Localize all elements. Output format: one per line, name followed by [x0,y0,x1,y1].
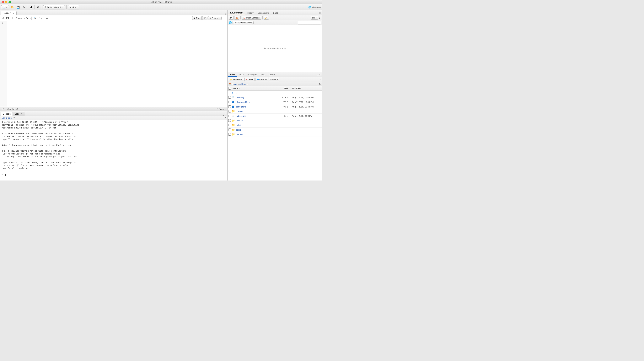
row-checkbox[interactable] [228,119,232,122]
main-toolbar: 📄 ▾ 📂 💾 🗂 🖨 ⚙ ⤴ Go to file/function Addi… [0,4,322,10]
tab-connections[interactable]: Connections [256,11,271,15]
list-item[interactable]: 📁 themes [228,132,322,137]
top-level-button[interactable]: (Top Level) ▾ [7,108,19,110]
list-item[interactable]: 📁 static [228,127,322,132]
list-item[interactable]: 📁 content [228,109,322,114]
row-checkbox[interactable] [228,133,232,136]
print-button[interactable]: 🖨 [29,5,33,9]
editor-back-button[interactable]: ◁ [1,16,5,20]
source-on-save-input[interactable] [12,17,15,19]
tab-help[interactable]: Help [259,72,267,77]
list-item[interactable]: 📄 .Rhistory 4.7 KB Aug 7, 2019, 10:45 PM [228,95,322,100]
tab-plots[interactable]: Plots [237,72,246,77]
rename-btn[interactable]: 🔷 Rename [255,78,268,81]
editor-search-btn[interactable]: 🔍 [32,16,38,20]
row-checkbox[interactable] [228,110,232,112]
run-button[interactable]: ▶ Run [192,16,202,20]
list-item[interactable]: 📁 public [228,123,322,127]
list-item[interactable]: 🟦 config.toml 777 B Aug 7, 2019, 10:43 P… [228,104,322,109]
console-tab[interactable]: Console [1,112,13,116]
file-name: index.Rmd [235,115,275,117]
files-minimize-icon[interactable]: _ [317,73,319,76]
maximize-button[interactable] [8,1,11,3]
tab-packages[interactable]: Packages [246,72,259,77]
console-prompt[interactable]: > [2,174,226,176]
env-save-btn[interactable]: 💾 [229,16,234,20]
close-button[interactable] [2,1,4,3]
env-body: Environment is empty [228,25,322,72]
breadcrumb-folder[interactable]: all-in-one [240,83,248,85]
blank4 [2,158,226,161]
file-name: themes [235,133,275,136]
editor-tab-untitled1[interactable]: Untitled1 ✕ [1,11,16,15]
copyright-line: Copyright (C) 2019 The R Foundation for … [2,124,226,127]
list-item[interactable]: 📁 layouts [228,118,322,123]
open-file-button[interactable]: 📂 [10,5,15,9]
breadcrumb-home[interactable]: Home [232,83,238,85]
list-item[interactable]: 📄 index.Rmd 39 B Aug 7, 2019, 9:00 PM [228,114,322,118]
source-on-save-checkbox[interactable]: Source on Save [12,17,31,19]
clear-env-btn[interactable]: 🧹 [264,16,269,20]
row-checkbox[interactable] [228,124,232,126]
row-checkbox[interactable] [228,96,232,99]
select-all-checkbox[interactable] [228,87,231,90]
editor-save-btn[interactable]: 💾 [5,16,10,20]
editor-minimize-icon[interactable]: _ [222,12,224,15]
env-maximize-icon[interactable]: □ [319,11,321,14]
go-to-file-button[interactable]: ⤴ Go to file/function [43,5,65,9]
console-minimize-icon[interactable]: _ [222,113,224,116]
env-search-input[interactable] [298,21,321,24]
code-editor[interactable] [7,21,227,107]
env-minimize-icon[interactable]: _ [317,11,319,14]
tab-history[interactable]: History [245,11,256,15]
source-button[interactable]: ⤵ Source ▾ [208,16,222,20]
row-checkbox[interactable] [228,128,232,131]
new-folder-btn[interactable]: 📁 New Folder [229,78,244,81]
list-item[interactable]: ↑ .. [228,90,322,95]
header-modified-col: Modified [290,87,321,90]
console-path-link[interactable]: ~/all-in-one/ [1,117,12,119]
console-cursor-area[interactable] [4,174,6,176]
more-btn[interactable]: ⚙ More ▾ [268,78,279,81]
editor-maximize-icon[interactable]: □ [224,12,226,15]
file-name: .Rhistory [235,96,275,99]
rerun-button[interactable]: ↺ [202,16,208,20]
list-view-btn[interactable]: List ▾ [311,16,318,20]
row-checkbox[interactable] [228,101,232,103]
env-scroll-up[interactable]: ▲ [318,16,321,19]
console-edit-icon[interactable]: ✏ [14,117,15,119]
jobs-tab-close[interactable]: ✕ [20,113,23,115]
editor-tab-close[interactable]: ✕ [12,12,14,14]
row-checkbox[interactable] [228,115,232,117]
file-name: static [235,129,275,131]
addins-button[interactable]: Addins ▾ [68,5,80,9]
editor-lines-btn[interactable]: ☰ [45,16,49,20]
jobs-tab[interactable]: Jobs ✕ [13,112,25,116]
save-all-button[interactable]: 🗂 [22,5,26,9]
editor-edit-btn[interactable]: ✏ ▾ [38,16,43,20]
global-env-selector[interactable]: Global Environment ▾ [232,21,254,24]
tab-build[interactable]: Build [271,11,280,15]
save-button[interactable]: 💾 [16,5,21,9]
tab-environment[interactable]: Environment [228,11,245,15]
tab-files[interactable]: Files [228,72,237,77]
import-dataset-btn[interactable]: 📊 Import Dataset ▾ [242,16,261,20]
files-scroll-btn[interactable]: ↑ [320,78,321,81]
settings-button[interactable]: ⚙ [36,5,40,9]
console-clear-btn[interactable]: ✕ [224,117,226,119]
console-maximize-icon[interactable]: □ [224,113,226,116]
files-maximize-icon[interactable]: □ [319,73,321,76]
minimize-button[interactable] [5,1,7,3]
list-item[interactable]: 🔵 all-in-one.Rproj 225 B Aug 7, 2019, 10… [228,100,322,104]
file-type-button[interactable]: R Script ▾ [217,108,226,110]
console-body[interactable]: R version 3.6.0 (2019-04-26) -- "Plantin… [0,120,227,180]
blank2 [2,141,226,144]
delete-btn[interactable]: ✕ Delete [244,78,255,81]
env-load-btn[interactable]: 📥 [234,16,239,20]
row-checkbox[interactable] [228,105,232,108]
files-sync-btn[interactable]: ↻ [319,83,321,85]
editor-more-btn[interactable]: ⋯ [222,16,226,20]
tab-viewer[interactable]: Viewer [267,72,277,77]
new-file-button[interactable]: 📄 ▾ [1,5,9,9]
folder-icon: 📁 [232,128,235,131]
